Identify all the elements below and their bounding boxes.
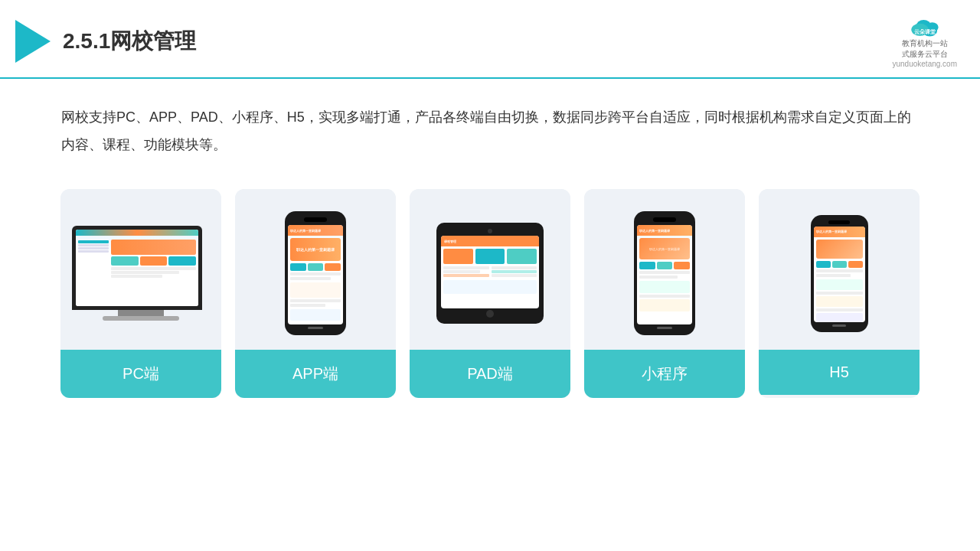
svg-text:云朵课堂: 云朵课堂 bbox=[913, 28, 936, 35]
card-pc: PC端 bbox=[60, 189, 221, 398]
brand-url: yunduoketang.com bbox=[892, 60, 957, 68]
brand-tagline: 教育机构一站 式服务云平台 bbox=[902, 38, 948, 60]
card-h5: 职达人的第一堂刷题课 bbox=[759, 189, 920, 398]
card-pad-image: 课程管理 bbox=[410, 189, 570, 350]
brand-logo: 云朵课堂 bbox=[906, 14, 943, 38]
cloud-icon: 云朵课堂 bbox=[906, 14, 943, 38]
card-pc-label: PC端 bbox=[60, 350, 221, 398]
phone-mockup-app: 职达人的第一堂刷题课 职达人的第一堂刷题课 bbox=[285, 211, 346, 335]
header-left: 2.5.1网校管理 bbox=[15, 20, 196, 63]
card-h5-label: H5 bbox=[759, 350, 920, 395]
logo-icon bbox=[15, 20, 51, 63]
phone-mockup-h5: 职达人的第一堂刷题课 bbox=[811, 215, 868, 332]
card-miniprogram-image: 职达人的第一堂刷题课 职达人的第一堂刷题课 bbox=[584, 189, 745, 350]
card-app-label: APP端 bbox=[235, 350, 396, 398]
card-app-image: 职达人的第一堂刷题课 职达人的第一堂刷题课 bbox=[235, 189, 396, 350]
card-miniprogram: 职达人的第一堂刷题课 职达人的第一堂刷题课 bbox=[584, 189, 745, 398]
card-miniprogram-label: 小程序 bbox=[584, 350, 745, 398]
header: 2.5.1网校管理 云朵课堂 教育机构一站 式服务云平台 yunduoketan… bbox=[0, 0, 980, 79]
cards-section: PC端 职达人的第一堂刷题课 职达人的第一堂刷题课 bbox=[0, 174, 980, 413]
card-pc-image bbox=[60, 189, 221, 350]
card-h5-image: 职达人的第一堂刷题课 bbox=[759, 189, 920, 350]
description-text: 网校支持PC、APP、PAD、小程序、H5，实现多端打通，产品各终端自由切换，数… bbox=[0, 79, 980, 174]
pc-mockup bbox=[72, 226, 210, 321]
phone-mockup-mini: 职达人的第一堂刷题课 职达人的第一堂刷题课 bbox=[634, 211, 695, 335]
page-title: 2.5.1网校管理 bbox=[63, 27, 196, 56]
brand-area: 云朵课堂 教育机构一站 式服务云平台 yunduoketang.com bbox=[892, 14, 957, 68]
card-pad-label: PAD端 bbox=[410, 350, 570, 398]
card-pad: 课程管理 bbox=[410, 189, 570, 398]
tablet-mockup: 课程管理 bbox=[436, 223, 544, 324]
card-app: 职达人的第一堂刷题课 职达人的第一堂刷题课 bbox=[235, 189, 396, 398]
